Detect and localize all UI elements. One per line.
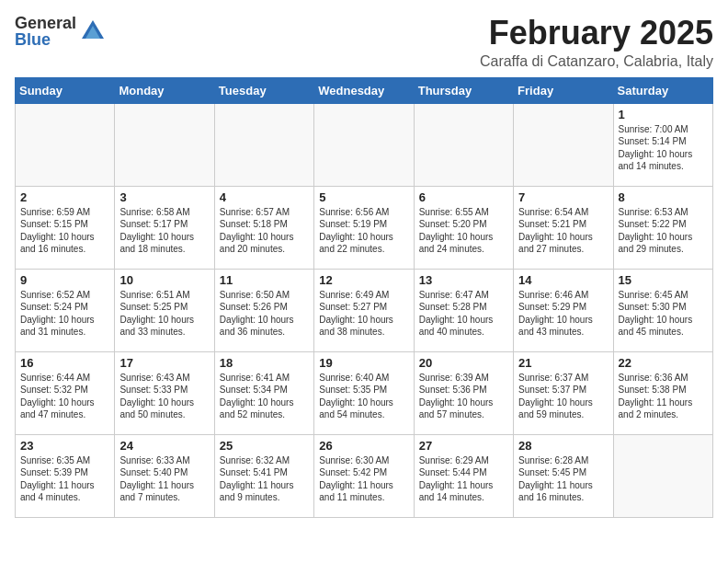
day-info: Sunrise: 6:59 AM Sunset: 5:15 PM Dayligh…: [20, 206, 109, 256]
day-info: Sunrise: 6:40 AM Sunset: 5:35 PM Dayligh…: [319, 372, 408, 421]
day-info: Sunrise: 6:44 AM Sunset: 5:32 PM Dayligh…: [20, 372, 109, 421]
calendar-cell: 6Sunrise: 6:55 AM Sunset: 5:20 PM Daylig…: [414, 186, 513, 269]
logo-icon: [80, 18, 106, 44]
weekday-header-wednesday: Wednesday: [314, 77, 414, 103]
day-number: 20: [419, 356, 508, 370]
logo: General Blue: [15, 15, 106, 48]
weekday-header-tuesday: Tuesday: [214, 77, 313, 103]
calendar-cell: 27Sunrise: 6:29 AM Sunset: 5:44 PM Dayli…: [414, 434, 513, 517]
week-row-1: 1Sunrise: 7:00 AM Sunset: 5:14 PM Daylig…: [16, 103, 713, 186]
day-info: Sunrise: 6:36 AM Sunset: 5:38 PM Dayligh…: [619, 372, 708, 421]
calendar-cell: 22Sunrise: 6:36 AM Sunset: 5:38 PM Dayli…: [613, 351, 712, 434]
calendar-cell: [414, 103, 513, 186]
day-number: 6: [419, 190, 508, 204]
calendar-cell: 14Sunrise: 6:46 AM Sunset: 5:29 PM Dayli…: [514, 269, 613, 351]
week-row-2: 2Sunrise: 6:59 AM Sunset: 5:15 PM Daylig…: [16, 186, 713, 269]
day-number: 5: [319, 190, 408, 204]
day-number: 12: [319, 273, 408, 287]
day-info: Sunrise: 6:39 AM Sunset: 5:36 PM Dayligh…: [419, 372, 508, 421]
week-row-3: 9Sunrise: 6:52 AM Sunset: 5:24 PM Daylig…: [16, 269, 713, 351]
calendar-cell: [214, 103, 313, 186]
day-info: Sunrise: 6:32 AM Sunset: 5:41 PM Dayligh…: [220, 454, 309, 504]
day-number: 24: [119, 439, 209, 453]
day-number: 26: [319, 439, 408, 453]
calendar-cell: 13Sunrise: 6:47 AM Sunset: 5:28 PM Dayli…: [414, 269, 513, 351]
day-number: 13: [419, 273, 508, 287]
calendar-cell: [514, 103, 613, 186]
day-number: 2: [20, 190, 109, 204]
day-number: 4: [220, 190, 309, 204]
calendar-cell: 5Sunrise: 6:56 AM Sunset: 5:19 PM Daylig…: [314, 186, 414, 269]
title-block: February 2025 Caraffa di Catanzaro, Cala…: [480, 15, 713, 70]
calendar-cell: 26Sunrise: 6:30 AM Sunset: 5:42 PM Dayli…: [314, 434, 414, 517]
day-number: 14: [518, 273, 608, 287]
day-number: 16: [20, 356, 109, 370]
week-row-4: 16Sunrise: 6:44 AM Sunset: 5:32 PM Dayli…: [16, 351, 713, 434]
day-info: Sunrise: 6:35 AM Sunset: 5:39 PM Dayligh…: [20, 454, 109, 504]
calendar-cell: 3Sunrise: 6:58 AM Sunset: 5:17 PM Daylig…: [115, 186, 214, 269]
day-info: Sunrise: 6:37 AM Sunset: 5:37 PM Dayligh…: [518, 372, 608, 421]
day-number: 27: [419, 439, 508, 453]
day-info: Sunrise: 6:43 AM Sunset: 5:33 PM Dayligh…: [119, 372, 209, 421]
day-number: 11: [220, 273, 309, 287]
day-number: 8: [619, 190, 708, 204]
logo-blue: Blue: [15, 31, 76, 48]
calendar-cell: 16Sunrise: 6:44 AM Sunset: 5:32 PM Dayli…: [16, 351, 115, 434]
day-number: 18: [220, 356, 309, 370]
day-info: Sunrise: 6:41 AM Sunset: 5:34 PM Dayligh…: [220, 372, 309, 421]
calendar-cell: 18Sunrise: 6:41 AM Sunset: 5:34 PM Dayli…: [214, 351, 313, 434]
week-row-5: 23Sunrise: 6:35 AM Sunset: 5:39 PM Dayli…: [16, 434, 713, 517]
calendar-table: SundayMondayTuesdayWednesdayThursdayFrid…: [15, 77, 713, 518]
calendar-cell: 28Sunrise: 6:28 AM Sunset: 5:45 PM Dayli…: [514, 434, 613, 517]
day-info: Sunrise: 6:56 AM Sunset: 5:19 PM Dayligh…: [319, 206, 408, 256]
calendar-cell: [115, 103, 214, 186]
weekday-header-thursday: Thursday: [414, 77, 513, 103]
day-number: 15: [619, 273, 708, 287]
day-number: 19: [319, 356, 408, 370]
calendar-cell: 17Sunrise: 6:43 AM Sunset: 5:33 PM Dayli…: [115, 351, 214, 434]
day-info: Sunrise: 7:00 AM Sunset: 5:14 PM Dayligh…: [619, 123, 708, 173]
day-number: 25: [220, 439, 309, 453]
location-title: Caraffa di Catanzaro, Calabria, Italy: [480, 53, 713, 70]
logo-general: General: [15, 15, 76, 31]
calendar-cell: 7Sunrise: 6:54 AM Sunset: 5:21 PM Daylig…: [514, 186, 613, 269]
day-number: 7: [518, 190, 608, 204]
day-number: 10: [119, 273, 209, 287]
calendar-cell: 2Sunrise: 6:59 AM Sunset: 5:15 PM Daylig…: [16, 186, 115, 269]
calendar-cell: 24Sunrise: 6:33 AM Sunset: 5:40 PM Dayli…: [115, 434, 214, 517]
day-number: 3: [119, 190, 209, 204]
page-header: General Blue February 2025 Caraffa di Ca…: [15, 15, 713, 70]
day-info: Sunrise: 6:45 AM Sunset: 5:30 PM Dayligh…: [619, 289, 708, 339]
day-number: 9: [20, 273, 109, 287]
day-info: Sunrise: 6:54 AM Sunset: 5:21 PM Dayligh…: [518, 206, 608, 256]
day-info: Sunrise: 6:47 AM Sunset: 5:28 PM Dayligh…: [419, 289, 508, 339]
calendar-cell: 8Sunrise: 6:53 AM Sunset: 5:22 PM Daylig…: [613, 186, 712, 269]
day-info: Sunrise: 6:33 AM Sunset: 5:40 PM Dayligh…: [119, 454, 209, 504]
day-info: Sunrise: 6:55 AM Sunset: 5:20 PM Dayligh…: [419, 206, 508, 256]
weekday-header-sunday: Sunday: [16, 77, 115, 103]
calendar-cell: 4Sunrise: 6:57 AM Sunset: 5:18 PM Daylig…: [214, 186, 313, 269]
calendar-cell: 15Sunrise: 6:45 AM Sunset: 5:30 PM Dayli…: [613, 269, 712, 351]
weekday-header-friday: Friday: [514, 77, 613, 103]
weekday-header-row: SundayMondayTuesdayWednesdayThursdayFrid…: [16, 77, 713, 103]
day-info: Sunrise: 6:49 AM Sunset: 5:27 PM Dayligh…: [319, 289, 408, 339]
calendar-cell: 10Sunrise: 6:51 AM Sunset: 5:25 PM Dayli…: [115, 269, 214, 351]
day-number: 23: [20, 439, 109, 453]
calendar-cell: 23Sunrise: 6:35 AM Sunset: 5:39 PM Dayli…: [16, 434, 115, 517]
day-info: Sunrise: 6:46 AM Sunset: 5:29 PM Dayligh…: [518, 289, 608, 339]
day-info: Sunrise: 6:50 AM Sunset: 5:26 PM Dayligh…: [220, 289, 309, 339]
calendar-cell: [314, 103, 414, 186]
day-number: 1: [619, 108, 708, 121]
day-number: 21: [518, 356, 608, 370]
day-info: Sunrise: 6:52 AM Sunset: 5:24 PM Dayligh…: [20, 289, 109, 339]
month-title: February 2025: [480, 15, 713, 52]
day-info: Sunrise: 6:28 AM Sunset: 5:45 PM Dayligh…: [518, 454, 608, 504]
day-number: 22: [619, 356, 708, 370]
calendar-cell: 1Sunrise: 7:00 AM Sunset: 5:14 PM Daylig…: [613, 103, 712, 186]
calendar-cell: 20Sunrise: 6:39 AM Sunset: 5:36 PM Dayli…: [414, 351, 513, 434]
day-info: Sunrise: 6:29 AM Sunset: 5:44 PM Dayligh…: [419, 454, 508, 504]
calendar-cell: [613, 434, 712, 517]
day-number: 17: [119, 356, 209, 370]
calendar-cell: [16, 103, 115, 186]
day-info: Sunrise: 6:57 AM Sunset: 5:18 PM Dayligh…: [220, 206, 309, 256]
